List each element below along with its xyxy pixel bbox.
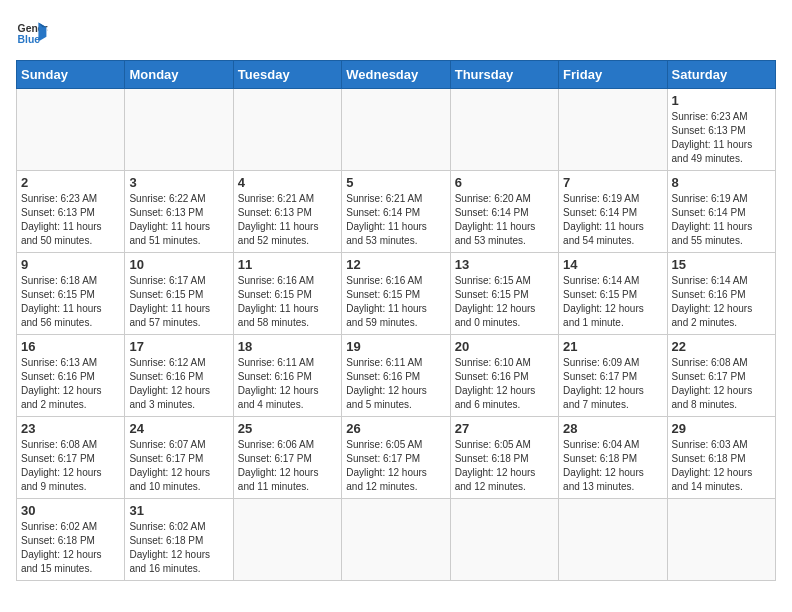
day-info: Sunrise: 6:14 AM Sunset: 6:15 PM Dayligh… bbox=[563, 274, 662, 330]
day-info: Sunrise: 6:11 AM Sunset: 6:16 PM Dayligh… bbox=[346, 356, 445, 412]
day-cell-10: 10 Sunrise: 6:17 AM Sunset: 6:15 PM Dayl… bbox=[125, 253, 233, 335]
header-wednesday: Wednesday bbox=[342, 61, 450, 89]
day-cell-4: 4 Sunrise: 6:21 AM Sunset: 6:13 PM Dayli… bbox=[233, 171, 341, 253]
day-cell-31: 31 Sunrise: 6:02 AM Sunset: 6:18 PM Dayl… bbox=[125, 499, 233, 581]
day-cell-27: 27 Sunrise: 6:05 AM Sunset: 6:18 PM Dayl… bbox=[450, 417, 558, 499]
empty-day-cell bbox=[450, 499, 558, 581]
day-number: 29 bbox=[672, 421, 771, 436]
calendar-week-row: 16 Sunrise: 6:13 AM Sunset: 6:16 PM Dayl… bbox=[17, 335, 776, 417]
day-cell-26: 26 Sunrise: 6:05 AM Sunset: 6:17 PM Dayl… bbox=[342, 417, 450, 499]
day-info: Sunrise: 6:14 AM Sunset: 6:16 PM Dayligh… bbox=[672, 274, 771, 330]
day-info: Sunrise: 6:05 AM Sunset: 6:18 PM Dayligh… bbox=[455, 438, 554, 494]
day-number: 14 bbox=[563, 257, 662, 272]
empty-day-cell bbox=[450, 89, 558, 171]
header-thursday: Thursday bbox=[450, 61, 558, 89]
day-info: Sunrise: 6:03 AM Sunset: 6:18 PM Dayligh… bbox=[672, 438, 771, 494]
day-info: Sunrise: 6:17 AM Sunset: 6:15 PM Dayligh… bbox=[129, 274, 228, 330]
day-cell-29: 29 Sunrise: 6:03 AM Sunset: 6:18 PM Dayl… bbox=[667, 417, 775, 499]
header-monday: Monday bbox=[125, 61, 233, 89]
day-number: 22 bbox=[672, 339, 771, 354]
empty-day-cell bbox=[233, 89, 341, 171]
day-info: Sunrise: 6:04 AM Sunset: 6:18 PM Dayligh… bbox=[563, 438, 662, 494]
day-number: 21 bbox=[563, 339, 662, 354]
day-number: 7 bbox=[563, 175, 662, 190]
day-cell-30: 30 Sunrise: 6:02 AM Sunset: 6:18 PM Dayl… bbox=[17, 499, 125, 581]
day-info: Sunrise: 6:21 AM Sunset: 6:13 PM Dayligh… bbox=[238, 192, 337, 248]
day-cell-1: 1 Sunrise: 6:23 AM Sunset: 6:13 PM Dayli… bbox=[667, 89, 775, 171]
day-number: 18 bbox=[238, 339, 337, 354]
day-cell-22: 22 Sunrise: 6:08 AM Sunset: 6:17 PM Dayl… bbox=[667, 335, 775, 417]
day-info: Sunrise: 6:19 AM Sunset: 6:14 PM Dayligh… bbox=[563, 192, 662, 248]
day-cell-14: 14 Sunrise: 6:14 AM Sunset: 6:15 PM Dayl… bbox=[559, 253, 667, 335]
header-saturday: Saturday bbox=[667, 61, 775, 89]
day-number: 6 bbox=[455, 175, 554, 190]
day-number: 15 bbox=[672, 257, 771, 272]
svg-text:Blue: Blue bbox=[18, 34, 41, 45]
day-number: 13 bbox=[455, 257, 554, 272]
day-info: Sunrise: 6:08 AM Sunset: 6:17 PM Dayligh… bbox=[672, 356, 771, 412]
day-info: Sunrise: 6:16 AM Sunset: 6:15 PM Dayligh… bbox=[238, 274, 337, 330]
day-info: Sunrise: 6:09 AM Sunset: 6:17 PM Dayligh… bbox=[563, 356, 662, 412]
weekday-header-row: Sunday Monday Tuesday Wednesday Thursday… bbox=[17, 61, 776, 89]
empty-day-cell bbox=[17, 89, 125, 171]
day-number: 5 bbox=[346, 175, 445, 190]
day-info: Sunrise: 6:07 AM Sunset: 6:17 PM Dayligh… bbox=[129, 438, 228, 494]
day-info: Sunrise: 6:23 AM Sunset: 6:13 PM Dayligh… bbox=[21, 192, 120, 248]
day-cell-2: 2 Sunrise: 6:23 AM Sunset: 6:13 PM Dayli… bbox=[17, 171, 125, 253]
day-cell-15: 15 Sunrise: 6:14 AM Sunset: 6:16 PM Dayl… bbox=[667, 253, 775, 335]
calendar-table: Sunday Monday Tuesday Wednesday Thursday… bbox=[16, 60, 776, 581]
day-cell-23: 23 Sunrise: 6:08 AM Sunset: 6:17 PM Dayl… bbox=[17, 417, 125, 499]
day-info: Sunrise: 6:05 AM Sunset: 6:17 PM Dayligh… bbox=[346, 438, 445, 494]
day-cell-8: 8 Sunrise: 6:19 AM Sunset: 6:14 PM Dayli… bbox=[667, 171, 775, 253]
day-info: Sunrise: 6:02 AM Sunset: 6:18 PM Dayligh… bbox=[129, 520, 228, 576]
day-number: 2 bbox=[21, 175, 120, 190]
calendar-week-row: 1 Sunrise: 6:23 AM Sunset: 6:13 PM Dayli… bbox=[17, 89, 776, 171]
day-number: 11 bbox=[238, 257, 337, 272]
day-info: Sunrise: 6:13 AM Sunset: 6:16 PM Dayligh… bbox=[21, 356, 120, 412]
day-cell-7: 7 Sunrise: 6:19 AM Sunset: 6:14 PM Dayli… bbox=[559, 171, 667, 253]
day-info: Sunrise: 6:06 AM Sunset: 6:17 PM Dayligh… bbox=[238, 438, 337, 494]
day-number: 20 bbox=[455, 339, 554, 354]
empty-day-cell bbox=[342, 89, 450, 171]
header-friday: Friday bbox=[559, 61, 667, 89]
day-number: 4 bbox=[238, 175, 337, 190]
logo: General Blue bbox=[16, 16, 48, 48]
day-cell-9: 9 Sunrise: 6:18 AM Sunset: 6:15 PM Dayli… bbox=[17, 253, 125, 335]
empty-day-cell bbox=[233, 499, 341, 581]
day-number: 3 bbox=[129, 175, 228, 190]
logo-icon: General Blue bbox=[16, 16, 48, 48]
page-header: General Blue bbox=[16, 16, 776, 48]
day-number: 10 bbox=[129, 257, 228, 272]
day-number: 23 bbox=[21, 421, 120, 436]
day-number: 27 bbox=[455, 421, 554, 436]
day-number: 30 bbox=[21, 503, 120, 518]
empty-day-cell bbox=[559, 499, 667, 581]
day-cell-19: 19 Sunrise: 6:11 AM Sunset: 6:16 PM Dayl… bbox=[342, 335, 450, 417]
day-info: Sunrise: 6:12 AM Sunset: 6:16 PM Dayligh… bbox=[129, 356, 228, 412]
day-number: 28 bbox=[563, 421, 662, 436]
day-number: 25 bbox=[238, 421, 337, 436]
day-cell-5: 5 Sunrise: 6:21 AM Sunset: 6:14 PM Dayli… bbox=[342, 171, 450, 253]
day-info: Sunrise: 6:21 AM Sunset: 6:14 PM Dayligh… bbox=[346, 192, 445, 248]
day-info: Sunrise: 6:08 AM Sunset: 6:17 PM Dayligh… bbox=[21, 438, 120, 494]
day-cell-25: 25 Sunrise: 6:06 AM Sunset: 6:17 PM Dayl… bbox=[233, 417, 341, 499]
day-info: Sunrise: 6:15 AM Sunset: 6:15 PM Dayligh… bbox=[455, 274, 554, 330]
day-info: Sunrise: 6:20 AM Sunset: 6:14 PM Dayligh… bbox=[455, 192, 554, 248]
day-number: 17 bbox=[129, 339, 228, 354]
day-info: Sunrise: 6:18 AM Sunset: 6:15 PM Dayligh… bbox=[21, 274, 120, 330]
day-info: Sunrise: 6:19 AM Sunset: 6:14 PM Dayligh… bbox=[672, 192, 771, 248]
calendar-week-row: 30 Sunrise: 6:02 AM Sunset: 6:18 PM Dayl… bbox=[17, 499, 776, 581]
day-cell-28: 28 Sunrise: 6:04 AM Sunset: 6:18 PM Dayl… bbox=[559, 417, 667, 499]
day-info: Sunrise: 6:16 AM Sunset: 6:15 PM Dayligh… bbox=[346, 274, 445, 330]
calendar-week-row: 9 Sunrise: 6:18 AM Sunset: 6:15 PM Dayli… bbox=[17, 253, 776, 335]
header-tuesday: Tuesday bbox=[233, 61, 341, 89]
day-number: 9 bbox=[21, 257, 120, 272]
day-cell-18: 18 Sunrise: 6:11 AM Sunset: 6:16 PM Dayl… bbox=[233, 335, 341, 417]
empty-day-cell bbox=[125, 89, 233, 171]
day-cell-13: 13 Sunrise: 6:15 AM Sunset: 6:15 PM Dayl… bbox=[450, 253, 558, 335]
day-info: Sunrise: 6:23 AM Sunset: 6:13 PM Dayligh… bbox=[672, 110, 771, 166]
day-number: 26 bbox=[346, 421, 445, 436]
empty-day-cell bbox=[342, 499, 450, 581]
calendar-week-row: 2 Sunrise: 6:23 AM Sunset: 6:13 PM Dayli… bbox=[17, 171, 776, 253]
day-cell-12: 12 Sunrise: 6:16 AM Sunset: 6:15 PM Dayl… bbox=[342, 253, 450, 335]
